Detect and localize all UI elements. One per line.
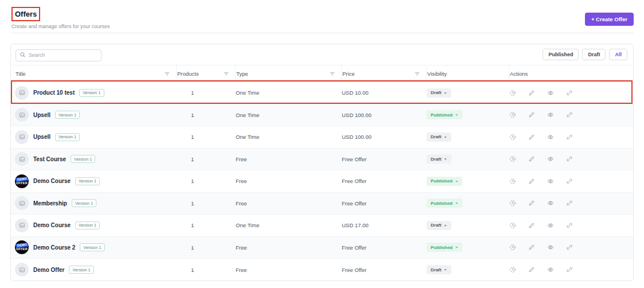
products-cell: 1: [177, 89, 236, 96]
edit-icon[interactable]: [528, 178, 535, 185]
preview-icon[interactable]: [547, 89, 554, 96]
analytics-icon[interactable]: [509, 178, 516, 185]
preview-icon[interactable]: [547, 155, 554, 162]
type-cell: Free: [236, 178, 342, 184]
preview-icon[interactable]: [547, 244, 554, 251]
offer-title[interactable]: Demo Offer: [33, 267, 64, 273]
copy-link-icon[interactable]: [566, 244, 573, 251]
search-input[interactable]: [15, 49, 102, 61]
price-cell: Free Offer: [342, 178, 427, 184]
visibility-dropdown[interactable]: Draft⌄: [427, 265, 451, 274]
table-row[interactable]: Test CourseVersion 11FreeFree OfferDraft…: [11, 149, 633, 171]
column-header-type: Type: [236, 65, 342, 81]
visibility-dropdown[interactable]: Published⌄: [427, 177, 462, 186]
column-filter-icon[interactable]: [164, 71, 170, 77]
offer-title[interactable]: Product 10 test: [33, 89, 75, 96]
filter-button-published[interactable]: Published: [542, 49, 579, 60]
preview-icon[interactable]: [547, 178, 554, 185]
offer-title[interactable]: Membership: [33, 200, 67, 207]
visibility-dropdown[interactable]: Draft⌄: [427, 88, 451, 98]
table-row[interactable]: Demo OfferVersion 11FreeFree OfferDraft⌄: [11, 259, 633, 281]
column-filter-icon[interactable]: [329, 71, 335, 77]
image-placeholder-icon: [18, 133, 26, 141]
edit-icon[interactable]: [528, 134, 535, 141]
copy-link-icon[interactable]: [566, 111, 573, 118]
products-cell: 1: [177, 178, 236, 184]
products-cell: 1: [177, 134, 236, 140]
copy-link-icon[interactable]: [566, 200, 573, 207]
table-row[interactable]: UpsellVersion 11One TimeUSD 100.00Publis…: [11, 104, 633, 127]
filter-button-all[interactable]: All: [609, 49, 627, 60]
copy-link-icon[interactable]: [566, 266, 573, 273]
offer-title[interactable]: Demo Course 2: [33, 244, 75, 251]
table-row[interactable]: MembershipVersion 11FreeFree OfferPublis…: [11, 193, 633, 215]
visibility-dropdown[interactable]: Draft⌄: [427, 133, 451, 142]
offer-title[interactable]: Upsell: [33, 134, 50, 140]
create-offer-button[interactable]: + Create Offer: [585, 13, 634, 26]
analytics-icon[interactable]: [509, 111, 516, 118]
copy-link-icon[interactable]: [566, 155, 573, 162]
copy-link-icon[interactable]: [566, 89, 573, 96]
analytics-icon[interactable]: [509, 244, 516, 251]
preview-icon[interactable]: [547, 134, 554, 141]
column-filter-icon[interactable]: [223, 71, 229, 77]
table-row[interactable]: Demo CourseVersion 11One TimeUSD 17.00Dr…: [11, 215, 633, 237]
edit-icon[interactable]: [528, 266, 535, 273]
image-placeholder-icon: [18, 221, 26, 229]
offer-title[interactable]: Demo Course: [33, 178, 71, 184]
analytics-icon[interactable]: [509, 155, 516, 162]
products-cell: 1: [177, 244, 236, 251]
chevron-down-icon: ⌄: [455, 246, 458, 248]
title-cell: UpsellVersion 1: [15, 130, 177, 144]
title-cell: Demo OfferVersion 1: [15, 263, 177, 277]
actions-cell: [509, 89, 629, 96]
edit-icon[interactable]: [528, 244, 535, 251]
column-filter-icon[interactable]: [414, 71, 420, 77]
actions-cell: [509, 222, 629, 229]
offer-title[interactable]: Test Course: [33, 156, 66, 162]
visibility-cell: Published⌄: [427, 243, 509, 252]
preview-icon[interactable]: [547, 111, 554, 118]
offer-title[interactable]: Demo Course: [33, 222, 71, 228]
preview-icon[interactable]: [547, 222, 554, 229]
chevron-down-icon: ⌄: [444, 91, 447, 94]
price-cell: USD 100.00: [342, 134, 427, 140]
visibility-value: Draft: [431, 157, 442, 162]
column-header-title: Title: [15, 65, 177, 81]
edit-icon[interactable]: [528, 200, 535, 207]
edit-icon[interactable]: [528, 155, 535, 162]
table-row[interactable]: DEMOOFFERDemo Course 2Version 11FreeFree…: [11, 237, 633, 259]
table-row[interactable]: Product 10 testVersion 11One TimeUSD 10.…: [11, 82, 633, 104]
visibility-dropdown[interactable]: Published⌄: [427, 110, 462, 119]
actions-cell: [509, 111, 629, 118]
copy-link-icon[interactable]: [566, 134, 573, 141]
analytics-icon[interactable]: [509, 134, 516, 141]
type-cell: Free: [236, 267, 342, 273]
visibility-dropdown[interactable]: Draft⌄: [427, 221, 451, 230]
version-badge: Version 1: [71, 155, 95, 163]
chevron-down-icon: ⌄: [455, 180, 458, 182]
edit-icon[interactable]: [528, 89, 535, 96]
visibility-dropdown[interactable]: Published⌄: [427, 243, 462, 252]
preview-icon[interactable]: [547, 200, 554, 207]
edit-icon[interactable]: [528, 222, 535, 229]
edit-icon[interactable]: [528, 111, 535, 118]
copy-link-icon[interactable]: [566, 222, 573, 229]
filter-button-draft[interactable]: Draft: [582, 49, 606, 60]
analytics-icon[interactable]: [509, 266, 516, 273]
analytics-icon[interactable]: [509, 200, 516, 207]
analytics-icon[interactable]: [509, 222, 516, 229]
type-cell: Free: [236, 156, 342, 162]
copy-link-icon[interactable]: [566, 178, 573, 185]
visibility-dropdown[interactable]: Published⌄: [427, 199, 462, 208]
visibility-value: Draft: [431, 223, 442, 228]
preview-icon[interactable]: [547, 266, 554, 273]
visibility-cell: Published⌄: [427, 177, 509, 186]
table-row[interactable]: DEMOOFFERDemo CourseVersion 11FreeFree O…: [11, 170, 633, 193]
offer-title[interactable]: Upsell: [33, 112, 50, 118]
version-badge: Version 1: [55, 133, 80, 141]
page-title-annotation-box: Offers: [11, 7, 40, 21]
visibility-dropdown[interactable]: Draft⌄: [427, 154, 451, 164]
table-row[interactable]: UpsellVersion 11One TimeUSD 100.00Draft⌄: [11, 126, 633, 149]
analytics-icon[interactable]: [509, 89, 516, 96]
